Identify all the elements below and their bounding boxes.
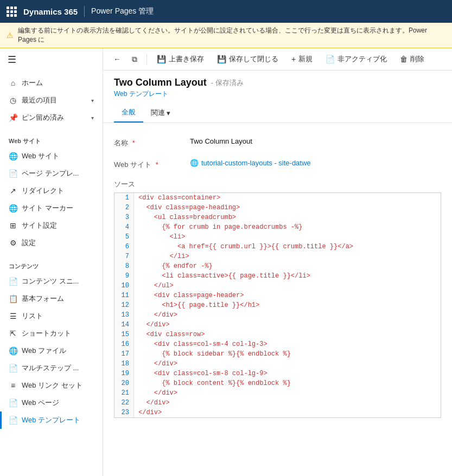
new-window-button[interactable]: ⧉ <box>127 52 142 67</box>
line-number: 13 <box>114 310 134 320</box>
sidebar-item-home[interactable]: ⌂ ホーム <box>0 74 103 92</box>
sidebar-item-label: サイト設定 <box>22 221 94 230</box>
line-code: <div class=col-sm-4 col-lg-3> <box>134 339 268 349</box>
save-close-icon: 💾 <box>217 55 226 63</box>
sidebar-item-site-settings[interactable]: ⊞ サイト設定 <box>0 217 103 234</box>
home-icon: ⌂ <box>9 79 17 87</box>
deactivate-button[interactable]: 📄 非アクティブ化 <box>320 52 392 67</box>
sidebar-section-website: Web サイト 🌐 Web サイト 📄 ページ テンプレ... ↗ リダイレクト… <box>0 130 103 255</box>
sidebar-item-web-link-set[interactable]: ≡ Web リンク セット <box>0 377 103 394</box>
globe-icon: 🌐 <box>9 152 17 160</box>
link-set-icon: ≡ <box>9 381 17 390</box>
code-line: 1<div class=container> <box>114 193 441 203</box>
line-code: <li> <box>134 232 185 242</box>
sidebar-item-label: ピン留め済み <box>22 113 87 123</box>
line-code: <div class=container> <box>134 193 220 203</box>
chevron-down-icon: ▾ <box>91 98 94 104</box>
sidebar-item-redirect[interactable]: ↗ リダイレクト <box>0 182 103 200</box>
code-line: 3 <ul class=breadcrumb> <box>114 213 441 222</box>
sidebar-item-site-marker[interactable]: 🌐 サイト マーカー <box>0 200 103 217</box>
deactivate-label: 非アクティブ化 <box>338 54 387 64</box>
website-label: Web サイト * <box>114 159 179 170</box>
new-button[interactable]: + 新規 <box>286 52 318 67</box>
line-number: 12 <box>114 300 134 310</box>
tab-related[interactable]: 関連 ▾ <box>143 104 178 122</box>
line-code: <h1>{{ page.title }}</h1> <box>134 300 259 310</box>
back-button[interactable]: ← <box>110 52 125 67</box>
delete-icon: 🗑 <box>400 55 408 63</box>
warning-text: 編集する前にサイトの表示方法を確認してください。サイトが公開に設定されている場合… <box>18 26 445 44</box>
sidebar-item-settings[interactable]: ⚙ 設定 <box>0 234 103 252</box>
line-number: 7 <box>114 252 134 261</box>
website-link[interactable]: 🌐 tutorial-custom-layouts - site-datwe <box>190 159 311 167</box>
sidebar-item-label: 基本フォーム <box>22 294 94 304</box>
sidebar-item-list[interactable]: ☰ リスト <box>0 307 103 325</box>
web-page-icon: 📄 <box>9 398 17 407</box>
form-content: 名称 * Two Column Layout Web サイト * 🌐 tutor… <box>103 123 452 476</box>
save-icon: 💾 <box>157 55 166 63</box>
record-saved-status: - 保存済み <box>211 78 244 88</box>
code-editor[interactable]: 1<div class=container>2 <div class=page-… <box>114 192 441 418</box>
sidebar-item-label: ページ テンプレ... <box>22 169 94 178</box>
code-line: 18 </div> <box>114 359 441 369</box>
tab-dropdown-chevron: ▾ <box>167 109 170 117</box>
warning-icon: ⚠ <box>7 31 14 40</box>
sidebar-item-label: Web ページ <box>22 398 94 408</box>
line-number: 9 <box>114 271 134 281</box>
sidebar-item-web-template[interactable]: 📄 Web テンプレート <box>0 411 103 429</box>
code-line: 11 <div class=page-header> <box>114 291 441 300</box>
line-number: 21 <box>114 388 134 398</box>
sidebar-item-label: マルチステップ ... <box>22 363 94 373</box>
line-number: 8 <box>114 261 134 271</box>
hamburger-menu[interactable]: ☰ <box>0 48 103 71</box>
sidebar-item-multistep[interactable]: 📄 マルチステップ ... <box>0 359 103 377</box>
sidebar-item-recent[interactable]: ◷ 最近の項目 ▾ <box>0 92 103 109</box>
web-file-icon: 🌐 <box>9 346 17 355</box>
tab-general[interactable]: 全般 <box>114 103 143 123</box>
sidebar-item-web-file[interactable]: 🌐 Web ファイル <box>0 342 103 359</box>
deactivate-icon: 📄 <box>326 55 335 63</box>
line-number: 2 <box>114 203 134 213</box>
code-line: 2 <div class=page-heading> <box>114 203 441 213</box>
sidebar-section-title-website: Web サイト <box>0 133 103 147</box>
line-number: 22 <box>114 398 134 408</box>
record-type: Web テンプレート <box>114 89 441 99</box>
line-code: <a href={{ crumb.url }}>{{ crumb.title }… <box>134 242 353 252</box>
line-number: 10 <box>114 281 134 291</box>
sidebar-item-pinned[interactable]: 📌 ピン留め済み ▾ <box>0 109 103 126</box>
line-code: <ul class=breadcrumb> <box>134 213 236 222</box>
sidebar-item-label: Web ファイル <box>22 346 94 356</box>
name-value[interactable]: Two Column Layout <box>190 137 252 145</box>
app-launcher-icon[interactable] <box>7 7 17 17</box>
line-code: </div> <box>134 310 177 320</box>
sidebar-item-label: サイト マーカー <box>22 203 94 213</box>
save-overwrite-button[interactable]: 💾 上書き保存 <box>151 52 209 67</box>
sidebar-item-content-snippet[interactable]: 📄 コンテンツ スニ... <box>0 273 103 290</box>
shortcut-icon: ⇱ <box>9 329 17 338</box>
sidebar: ☰ ⌂ ホーム ◷ 最近の項目 ▾ 📌 ピン留め済み ▾ <box>0 48 103 476</box>
app-title: Dynamics 365 <box>23 7 78 16</box>
line-code: {% endfor -%} <box>134 261 213 271</box>
line-number: 1 <box>114 193 134 203</box>
pin-icon: 📌 <box>9 113 17 122</box>
line-code: </div> <box>134 359 177 369</box>
sidebar-item-page-template[interactable]: 📄 ページ テンプレ... <box>0 165 103 182</box>
snippet-icon: 📄 <box>9 277 17 286</box>
settings-icon: ⚙ <box>9 239 17 247</box>
sidebar-item-shortcut[interactable]: ⇱ ショートカット <box>0 325 103 342</box>
sidebar-item-label: 最近の項目 <box>22 95 87 105</box>
save-close-label: 保存して閉じる <box>229 54 278 64</box>
top-bar: Dynamics 365 Power Pages 管理 <box>0 0 452 23</box>
delete-button[interactable]: 🗑 削除 <box>394 52 430 67</box>
top-bar-divider <box>84 6 85 17</box>
main-area: ☰ ⌂ ホーム ◷ 最近の項目 ▾ 📌 ピン留め済み ▾ <box>0 48 452 476</box>
sidebar-item-label: コンテンツ スニ... <box>22 276 94 286</box>
sidebar-item-basic-form[interactable]: 📋 基本フォーム <box>0 290 103 307</box>
app-subtitle: Power Pages 管理 <box>91 7 154 16</box>
sidebar-item-website[interactable]: 🌐 Web サイト <box>0 147 103 165</box>
chevron-down-icon: ▾ <box>91 115 94 121</box>
code-line: 6 <a href={{ crumb.url }}>{{ crumb.title… <box>114 242 441 252</box>
sidebar-item-web-page[interactable]: 📄 Web ページ <box>0 394 103 411</box>
save-close-button[interactable]: 💾 保存して閉じる <box>212 52 284 67</box>
line-code: </div> <box>134 388 177 398</box>
